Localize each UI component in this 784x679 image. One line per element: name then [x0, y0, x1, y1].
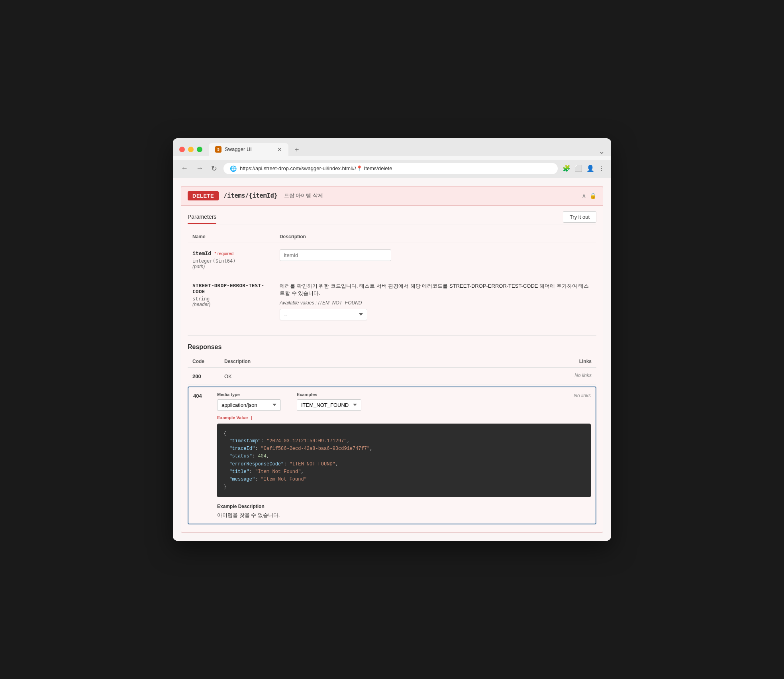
param-location-2: (header) [192, 302, 270, 307]
split-view-icon[interactable]: ⬜ [574, 165, 582, 172]
response-code-404: 404 [193, 392, 217, 399]
swagger-container: DELETE /items/{itemId} 드랍 아이템 삭제 ∧ 🔒 Par… [173, 178, 611, 541]
parameters-table: Name Description itemId * required [188, 231, 596, 327]
address-bar-row: ← → ↻ 🌐 https://api.street-drop.com/swag… [173, 160, 611, 178]
collapse-button[interactable]: ∧ [582, 192, 586, 200]
media-type-select[interactable]: application/json [217, 399, 281, 411]
response-row-200: 200 OK No links [188, 367, 596, 385]
example-description-text: 아이템을 찾을 수 없습니다. [217, 512, 591, 519]
param-available-values: Available values : ITEM_NOT_FOUND [280, 300, 592, 306]
param-row-error-code: STREET-DROP-ERROR-TEST-CODE string (head… [188, 276, 596, 327]
media-type-section: Media type application/json [217, 392, 281, 411]
method-badge: DELETE [188, 191, 219, 200]
param-type-2: string [192, 296, 270, 302]
try-it-out-button[interactable]: Try it out [563, 211, 596, 223]
param-name-2: STREET-DROP-ERROR-TEST-CODE [192, 283, 270, 294]
param-required-badge: * required [214, 251, 233, 256]
endpoint-path: /items/{itemId} [223, 192, 277, 199]
param-location: (path) [192, 264, 270, 269]
media-type-label: Media type [217, 392, 281, 397]
itemid-input[interactable] [280, 249, 391, 261]
responses-table: Code Description Links 200 [188, 355, 596, 385]
endpoint-header: DELETE /items/{itemId} 드랍 아이템 삭제 ∧ 🔒 [181, 186, 603, 206]
extensions-icon[interactable]: 🧩 [563, 165, 570, 172]
param-input-cell [275, 243, 596, 276]
browser-tab[interactable]: S Swagger UI ✕ [209, 143, 288, 156]
profile-icon[interactable]: 👤 [586, 165, 594, 172]
param-description: 에러를 확인하기 위한 코드입니다. 테스트 서버 환경에서 해당 에러코드를 … [280, 283, 592, 297]
endpoint-description: 드랍 아이템 삭제 [284, 192, 323, 199]
param-row-itemid: itemId * required integer($int64) (path) [188, 243, 596, 276]
code-col-header: Code [188, 355, 220, 368]
example-pipe: | [251, 415, 252, 420]
tabs-row: Parameters Try it out [188, 206, 596, 224]
lock-icon: 🔒 [590, 192, 596, 199]
response-404-header: 404 Media type application/json [188, 387, 596, 524]
endpoint-controls: ∧ 🔒 [582, 192, 596, 200]
menu-icon[interactable]: ⋮ [598, 165, 605, 172]
param-desc-cell: 에러를 확인하기 위한 코드입니다. 테스트 서버 환경에서 해당 에러코드를 … [275, 276, 596, 327]
tab-close-icon[interactable]: ✕ [277, 146, 282, 153]
browser-actions: 🧩 ⬜ 👤 ⋮ [563, 165, 605, 172]
tab-favicon: S [215, 146, 221, 153]
param-type: integer($int64) [192, 258, 270, 264]
links-col-header: Links [436, 355, 596, 368]
title-bar: S Swagger UI ✕ + ⌄ [179, 143, 605, 156]
responses-header: Responses [188, 335, 596, 355]
param-name-cell: itemId * required integer($int64) (path) [188, 243, 275, 276]
traffic-lights [179, 147, 202, 152]
browser-window: S Swagger UI ✕ + ⌄ ← → ↻ 🌐 https://api.s… [173, 138, 611, 541]
error-code-dropdown[interactable]: -- ITEM_NOT_FOUND [280, 309, 367, 320]
parameters-tab[interactable]: Parameters [188, 210, 216, 224]
reload-button[interactable]: ↻ [210, 163, 219, 174]
available-values: ITEM_NOT_FOUND [318, 300, 362, 306]
browser-content: DELETE /items/{itemId} 드랍 아이템 삭제 ∧ 🔒 Par… [173, 178, 611, 541]
response-row-404: 404 Media type application/json [188, 387, 596, 525]
security-icon: 🌐 [230, 165, 237, 172]
url-text: https://api.street-drop.com/swagger-ui/i… [240, 165, 551, 171]
close-button[interactable] [179, 147, 185, 152]
response-404-content: Media type application/json Examples [217, 392, 591, 519]
forward-button[interactable]: → [194, 163, 205, 173]
response-no-links: No links [574, 392, 591, 411]
tab-bar: S Swagger UI ✕ + ⌄ [209, 143, 605, 156]
tab-more-button[interactable]: ⌄ [599, 147, 605, 156]
param-name: itemId [192, 250, 211, 256]
responses-section: Responses Code Description Links [188, 335, 596, 525]
param-name-cell-2: STREET-DROP-ERROR-TEST-CODE string (head… [188, 276, 275, 327]
response-code-200: 200 [192, 373, 201, 379]
available-label: Available values : [280, 300, 317, 306]
examples-select[interactable]: ITEM_NOT_FOUND [297, 399, 361, 411]
description-col-header: Description [220, 355, 436, 368]
tab-label: Swagger UI [225, 146, 252, 152]
maximize-button[interactable] [197, 147, 202, 152]
browser-chrome: S Swagger UI ✕ + ⌄ [173, 138, 611, 156]
examples-label: Examples [297, 392, 361, 397]
examples-section: Examples ITEM_NOT_FOUND [297, 392, 361, 411]
new-tab-button[interactable]: + [292, 144, 302, 156]
response-description-200: OK [224, 373, 232, 379]
example-description-label: Example Description [217, 504, 591, 509]
minimize-button[interactable] [188, 147, 194, 152]
endpoint-body: Parameters Try it out Name Description [181, 206, 603, 533]
response-links-200: No links [436, 367, 596, 385]
example-value-label: Example Value | [217, 415, 591, 420]
name-column-header: Name [188, 231, 275, 243]
back-button[interactable]: ← [179, 163, 190, 173]
address-bar[interactable]: 🌐 https://api.street-drop.com/swagger-ui… [223, 163, 558, 174]
description-column-header: Description [275, 231, 596, 243]
json-example-block: { "timestamp": "2024-03-12T21:59:09.1712… [217, 424, 591, 498]
